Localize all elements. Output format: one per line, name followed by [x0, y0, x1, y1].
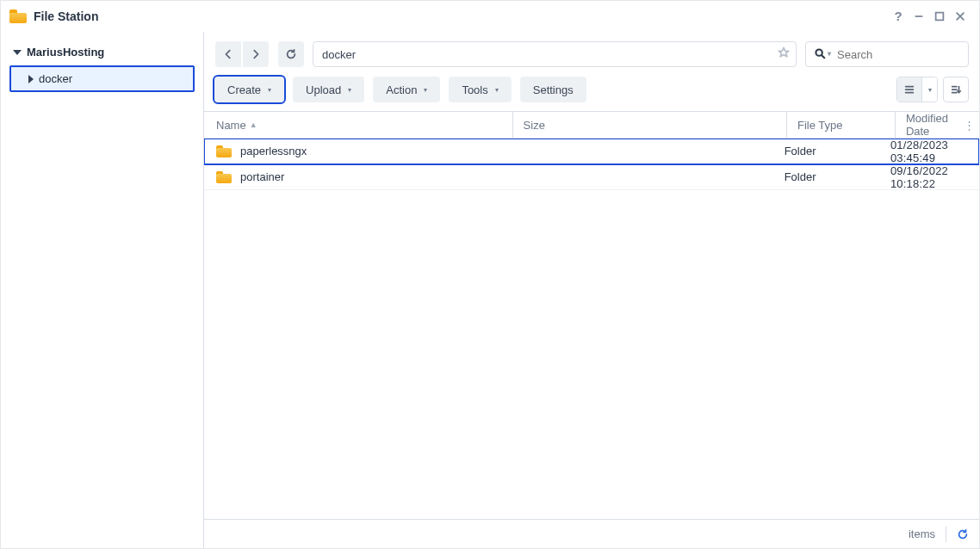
table-header: Name ▲ Size File Type Modified Date ⋮ [204, 111, 979, 139]
help-button[interactable]: ? [888, 6, 909, 27]
separator [946, 527, 946, 542]
file-station-window: File Station ? MariusHosting docker [0, 0, 980, 549]
sidebar: MariusHosting docker [1, 32, 204, 548]
folder-icon [216, 145, 232, 157]
refresh-icon [957, 528, 969, 540]
maximize-button[interactable] [929, 6, 950, 27]
table-row[interactable]: portainerFolder09/16/2022 10:18:22 [204, 164, 979, 190]
svg-marker-4 [778, 47, 788, 57]
path-field [313, 41, 797, 67]
refresh-button[interactable] [278, 41, 304, 67]
path-input[interactable] [313, 41, 797, 67]
create-label: Create [227, 83, 261, 96]
window-title: File Station [34, 9, 98, 23]
nav-back-button[interactable] [215, 41, 241, 67]
search-field: ▾ [805, 41, 969, 67]
close-icon [954, 10, 966, 22]
folder-icon [216, 171, 232, 183]
sort-icon [950, 83, 962, 96]
view-list-button[interactable] [897, 77, 921, 102]
settings-label: Settings [533, 83, 574, 96]
search-trigger[interactable]: ▾ [814, 47, 831, 59]
file-name: paperlessngx [240, 145, 307, 157]
chevron-right-icon [250, 48, 262, 60]
column-header-name[interactable]: Name ▲ [204, 112, 513, 138]
file-date: 01/28/2023 03:45:49 [890, 139, 948, 164]
status-bar: items [204, 519, 979, 548]
file-list: paperlessngxFolder01/28/2023 03:45:49por… [204, 139, 979, 519]
star-icon [778, 46, 790, 59]
minimize-button[interactable] [909, 6, 929, 27]
file-name: portainer [240, 170, 284, 183]
minimize-icon [913, 10, 925, 22]
status-refresh-button[interactable] [957, 528, 969, 540]
help-icon: ? [894, 9, 902, 23]
caret-down-icon: ▾ [828, 50, 831, 58]
column-header-type[interactable]: File Type [787, 112, 896, 138]
app-icon [9, 9, 27, 23]
tree-item-label: docker [39, 72, 72, 85]
tree-root-label: MariusHosting [27, 46, 104, 59]
settings-button[interactable]: Settings [520, 77, 586, 102]
caret-down-icon: ▾ [348, 86, 351, 94]
svg-line-6 [822, 55, 824, 58]
column-header-size[interactable]: Size [513, 112, 787, 138]
upload-button[interactable]: Upload▾ [293, 77, 364, 102]
column-size-label: Size [524, 119, 545, 132]
favorite-button[interactable] [778, 46, 790, 62]
action-toolbar: Create▾ Upload▾ Action▾ Tools▾ Settings [204, 73, 979, 111]
more-vertical-icon: ⋮ [964, 119, 975, 132]
column-type-label: File Type [797, 119, 843, 132]
sort-button[interactable] [943, 77, 969, 102]
nav-forward-button[interactable] [243, 41, 269, 67]
caret-down-icon: ▾ [495, 86, 499, 94]
column-header-date[interactable]: Modified Date [896, 112, 958, 138]
items-label: items [909, 527, 935, 540]
view-mode-dropdown[interactable]: ▾ [921, 77, 937, 102]
action-button[interactable]: Action▾ [373, 77, 440, 102]
view-controls: ▾ [896, 77, 969, 102]
upload-label: Upload [306, 83, 341, 96]
list-icon [903, 83, 915, 96]
column-name-label: Name [216, 119, 246, 132]
table-row[interactable]: paperlessngxFolder01/28/2023 03:45:49 [204, 139, 979, 164]
titlebar: File Station ? [1, 1, 979, 32]
file-date: 09/16/2022 10:18:22 [890, 164, 948, 190]
column-options-button[interactable]: ⋮ [958, 119, 979, 132]
nav-toolbar: ▾ [204, 32, 979, 73]
action-label: Action [386, 83, 417, 96]
close-button[interactable] [950, 6, 971, 27]
tree-item-docker[interactable]: docker [9, 65, 195, 92]
file-type: Folder [785, 170, 816, 183]
tools-button[interactable]: Tools▾ [449, 77, 511, 102]
caret-down-icon: ▾ [928, 86, 932, 94]
tree-root[interactable]: MariusHosting [9, 42, 195, 65]
sort-asc-icon: ▲ [250, 120, 257, 129]
chevron-right-icon [28, 75, 34, 83]
refresh-icon [285, 48, 297, 60]
file-type: Folder [785, 145, 816, 157]
caret-down-icon: ▾ [424, 86, 427, 94]
main-panel: ▾ Create▾ Upload▾ Action▾ Tools▾ [204, 32, 979, 548]
tools-label: Tools [462, 83, 487, 96]
chevron-left-icon [222, 48, 234, 60]
maximize-icon [933, 10, 946, 22]
svg-rect-1 [936, 12, 944, 20]
chevron-down-icon [13, 50, 22, 55]
create-button[interactable]: Create▾ [214, 77, 284, 102]
column-date-label: Modified Date [906, 112, 948, 138]
search-icon [814, 47, 826, 59]
caret-down-icon: ▾ [268, 86, 271, 94]
